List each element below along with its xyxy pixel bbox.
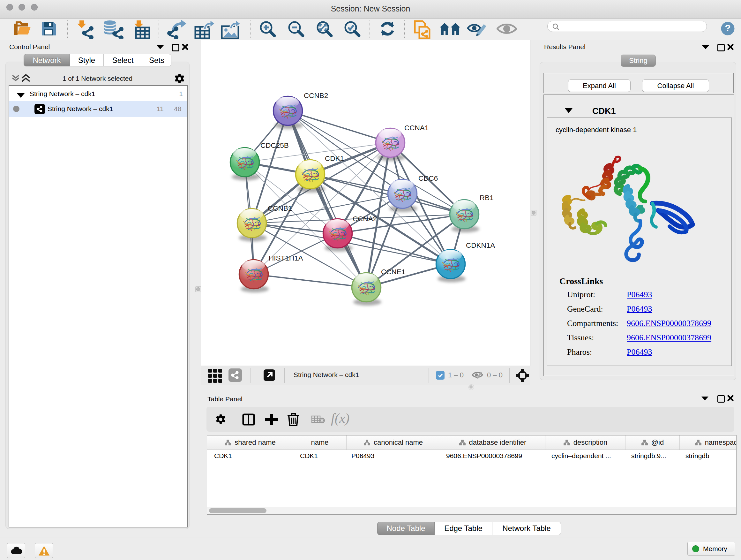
svg-text:CCNA1: CCNA1 <box>404 124 428 132</box>
svg-text:CCNB2: CCNB2 <box>304 91 328 100</box>
svg-text:RB1: RB1 <box>480 194 494 202</box>
svg-text:CDKN1A: CDKN1A <box>466 241 495 249</box>
svg-text:CDK1: CDK1 <box>325 154 344 163</box>
svg-text:CCNB1: CCNB1 <box>268 204 292 212</box>
svg-text:CDC25B: CDC25B <box>260 141 289 149</box>
svg-text:CDC6: CDC6 <box>418 174 438 182</box>
svg-text:?: ? <box>725 23 731 33</box>
svg-text:HIST1H1A: HIST1H1A <box>269 254 303 262</box>
svg-text:CCNE1: CCNE1 <box>381 268 405 276</box>
svg-text:CCNA2: CCNA2 <box>353 215 377 223</box>
